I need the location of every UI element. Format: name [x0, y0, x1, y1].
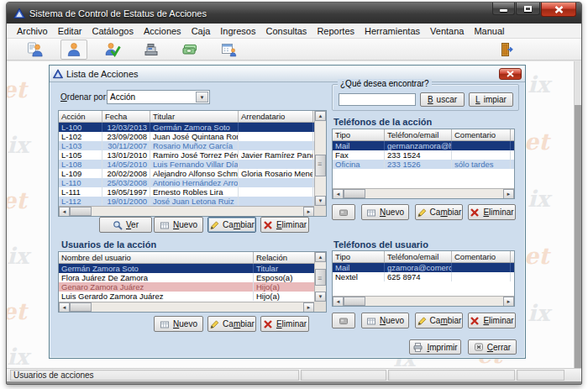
vertical-scrollbar[interactable]: ▲ ▼ — [314, 252, 326, 302]
phones-action-cambiar-button[interactable]: Cambiar — [415, 204, 463, 220]
table-row[interactable]: Germán Zamora SotoTitular — [59, 264, 314, 273]
search-input[interactable] — [339, 93, 416, 106]
column-header[interactable]: Tipo — [333, 251, 385, 262]
scroll-down-icon[interactable]: ▼ — [315, 292, 326, 302]
table-row[interactable]: Mailgermanzamora@hot — [333, 141, 514, 150]
toolbar-user-report-button[interactable] — [22, 39, 49, 60]
sort-combobox[interactable]: Acción ▼ — [107, 90, 210, 104]
close-button[interactable] — [541, 3, 576, 17]
table-row[interactable]: Mailgzamora@comercia — [333, 263, 514, 272]
imprimir-button[interactable]: Imprimir — [409, 339, 461, 355]
phones-user-table[interactable]: ◄ ► TipoTeléfono/emailComentarioMailgzam… — [332, 250, 515, 307]
menu-item[interactable]: Reportes — [312, 25, 360, 37]
scroll-right-icon[interactable]: ► — [303, 207, 314, 217]
menu-item[interactable]: Catálogos — [87, 25, 139, 37]
table-row[interactable]: Oficina233 1526sólo tardes — [333, 160, 514, 169]
table-row[interactable]: L-10920/02/2008Alejandro Alfonso Schmidt… — [59, 169, 314, 178]
scroll-thumb[interactable] — [575, 105, 581, 368]
menu-item[interactable]: Ingresos — [215, 25, 260, 37]
table-row[interactable]: L-11119/05/1997Ernesto Robles Lira — [59, 187, 314, 197]
column-header[interactable]: Arrendatario — [239, 111, 313, 122]
toolbar-cash-register-button[interactable] — [138, 39, 165, 60]
cerrar-button[interactable]: Cerrar — [468, 339, 517, 355]
minimize-button[interactable] — [492, 3, 515, 15]
scroll-thumb[interactable] — [70, 207, 92, 216]
scroll-left-icon[interactable]: ◄ — [333, 297, 344, 307]
column-header[interactable]: Teléfono/email — [385, 251, 452, 262]
users-nuevo-button[interactable]: Nuevo — [154, 316, 203, 332]
column-header[interactable]: Relación — [254, 252, 315, 263]
table-row[interactable]: L-10223/09/2008Juan José Quintana Rome — [59, 132, 314, 141]
table-row[interactable]: Genaro Zamora JuárezHijo(a) — [59, 282, 314, 292]
table-row[interactable]: L-11025/03/2008Antonio Hernández Arroyo — [59, 178, 314, 187]
scroll-right-icon[interactable]: ► — [503, 189, 514, 199]
scroll-thumb[interactable] — [344, 189, 365, 198]
scroll-thumb[interactable] — [344, 297, 365, 306]
scroll-thumb[interactable] — [315, 155, 326, 176]
column-header[interactable]: Nombre del usuario — [59, 252, 254, 263]
limpiar-button[interactable]: Limpiar — [469, 92, 513, 107]
column-header[interactable]: Fecha — [102, 111, 150, 122]
buscar-button[interactable]: Buscar — [420, 92, 465, 107]
table-row[interactable]: L-10513/01/2010Ramiro José Torrez PérezJ… — [59, 150, 314, 160]
eliminar-button[interactable]: Eliminar — [260, 217, 309, 233]
users-cambiar-button[interactable]: Cambiar — [207, 316, 256, 332]
menu-item[interactable]: Caja — [186, 25, 216, 37]
phones-user-cambiar-button[interactable]: Cambiar — [415, 313, 463, 329]
toolbar-user-check-button[interactable] — [99, 39, 126, 60]
menu-item[interactable]: Manual — [469, 25, 509, 37]
phones-action-table[interactable]: ◄ ► TipoTeléfono/emailComentarioMailgerm… — [332, 129, 515, 199]
phones-action-nuevo-button[interactable]: Nuevo — [361, 204, 409, 220]
toolbar-money-button[interactable] — [176, 39, 203, 60]
column-header[interactable]: Acción — [59, 111, 102, 122]
horizontal-scrollbar[interactable]: ◄ ► — [333, 296, 514, 306]
scroll-left-icon[interactable]: ◄ — [333, 189, 344, 199]
menu-item[interactable]: Ventana — [425, 25, 469, 37]
table-row[interactable]: L-11219/01/2000José Juan Letona Ruiz — [59, 197, 314, 206]
cambiar-button[interactable]: Cambiar — [207, 217, 256, 233]
scroll-up-icon[interactable]: ▲ — [315, 252, 326, 262]
toolbar-users-button[interactable] — [60, 39, 87, 60]
table-row[interactable]: L-10012/03/2013Germán Zamora Soto — [59, 123, 314, 132]
scroll-right-icon[interactable]: ► — [503, 297, 514, 307]
phones-action-dial-button[interactable] — [332, 204, 355, 220]
menu-item[interactable]: Editar — [53, 25, 87, 37]
phones-action-eliminar-button[interactable]: Eliminar — [468, 204, 516, 220]
phones-user-dial-button[interactable] — [332, 313, 355, 329]
menu-item[interactable]: Consultas — [260, 25, 312, 37]
phones-user-eliminar-button[interactable]: Eliminar — [468, 313, 516, 329]
column-header[interactable]: Teléfono/email — [385, 129, 452, 140]
scroll-down-icon[interactable]: ▼ — [315, 196, 326, 206]
table-row[interactable]: Flora Juárez De ZamoraEsposo(a) — [59, 273, 314, 282]
table-row[interactable]: Fax233 1524 — [333, 150, 514, 160]
dialog-titlebar[interactable]: Lista de Acciones — [50, 66, 525, 82]
column-header[interactable]: Titular — [150, 111, 239, 122]
horizontal-scrollbar[interactable]: ◄ ► — [59, 302, 314, 312]
horizontal-scrollbar[interactable]: ◄ ► — [59, 206, 314, 216]
phones-user-nuevo-button[interactable]: Nuevo — [361, 313, 409, 329]
toolbar-calendar-user-button[interactable] — [215, 39, 242, 60]
menu-item[interactable]: Acciones — [139, 25, 186, 37]
table-row[interactable]: L-10330/11/2007Rosario Muñoz García — [59, 141, 314, 150]
scroll-thumb[interactable] — [315, 269, 326, 286]
column-header[interactable]: Comentario — [452, 129, 511, 140]
column-header[interactable]: Tipo — [333, 129, 385, 140]
scroll-left-icon[interactable]: ◄ — [59, 207, 70, 217]
scroll-left-icon[interactable]: ◄ — [59, 302, 70, 313]
users-table[interactable]: ▲ ▼ ◄ ► Nombre del usuarioRelaciónGermán… — [58, 251, 327, 313]
table-row[interactable]: Nextel625 8974 — [333, 272, 514, 281]
toolbar-exit-button[interactable] — [493, 39, 520, 60]
dialog-close-button[interactable] — [499, 68, 522, 80]
scroll-right-icon[interactable]: ► — [303, 302, 314, 313]
maximize-button[interactable] — [516, 3, 540, 15]
scroll-up-icon[interactable]: ▲ — [315, 111, 326, 121]
actions-table[interactable]: ▲ ▼ ◄ ► AcciónFechaTitularArrendatarioL-… — [58, 110, 327, 217]
users-eliminar-button[interactable]: Eliminar — [260, 316, 309, 332]
horizontal-scrollbar[interactable]: ◄ ► — [333, 188, 514, 198]
ver-button[interactable]: Ver — [99, 217, 152, 233]
window-titlebar[interactable]: Sistema de Control de Estatus de Accione… — [7, 3, 581, 24]
table-row[interactable]: Luis Gerardo Zamora JuárezHijo(a) — [59, 292, 314, 301]
menu-item[interactable]: Herramientas — [360, 25, 425, 37]
nuevo-button[interactable]: Nuevo — [154, 217, 203, 233]
chevron-down-icon[interactable]: ▼ — [196, 92, 208, 103]
